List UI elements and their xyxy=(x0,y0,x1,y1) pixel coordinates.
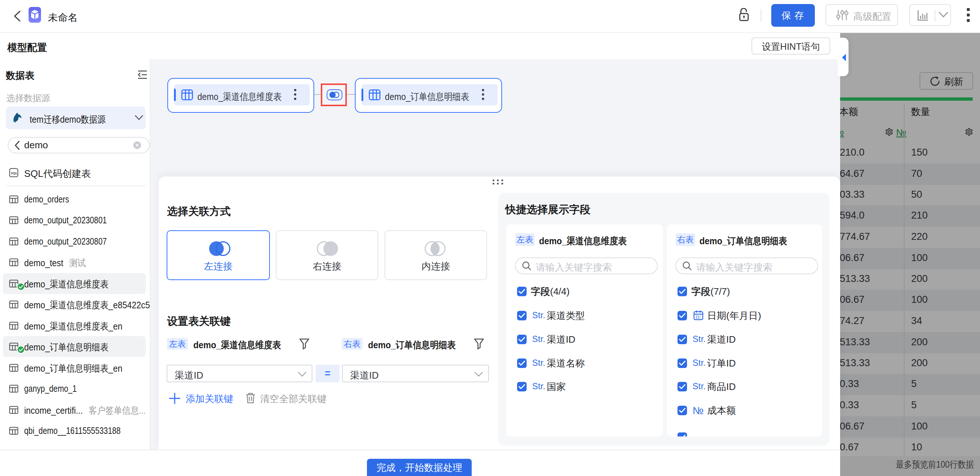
svg-text:SQL: SQL xyxy=(11,171,18,175)
